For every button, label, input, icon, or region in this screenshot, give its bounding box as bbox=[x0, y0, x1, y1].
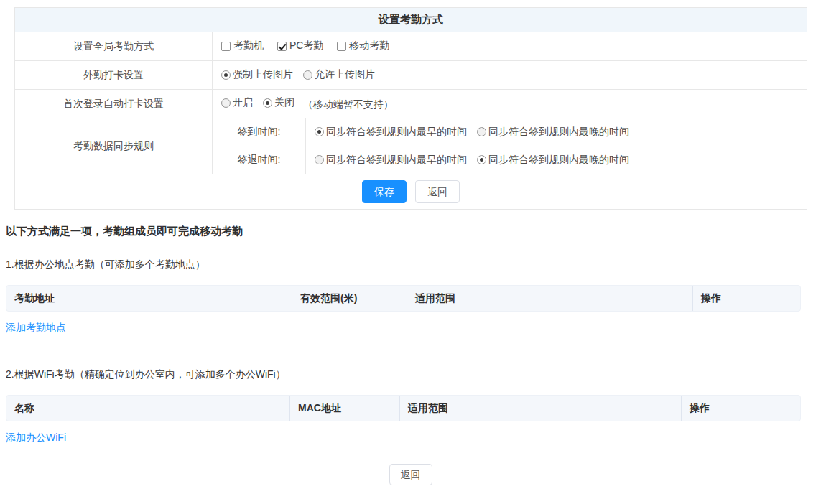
radio-checkout-latest[interactable]: 同步符合签到规则内最晚的时间 bbox=[477, 154, 629, 167]
radio-force-upload-photo[interactable]: 强制上传图片 bbox=[221, 68, 293, 81]
field-punch-options: 强制上传图片 允许上传图片 bbox=[213, 61, 807, 90]
option-label: 关闭 bbox=[274, 96, 294, 109]
add-attendance-location-link[interactable]: 添加考勤地点 bbox=[6, 322, 66, 335]
checkbox-attendance-machine[interactable]: 考勤机 bbox=[221, 39, 264, 52]
radio-checkout-earliest[interactable]: 同步符合签到规则内最早的时间 bbox=[315, 154, 467, 167]
first-login-note: （移动端暂不支持） bbox=[303, 98, 394, 110]
global-method-label: 设置全局考勤方式 bbox=[15, 32, 213, 61]
field-punch-row: 外勤打卡设置 强制上传图片 允许上传图片 bbox=[15, 61, 807, 90]
option-label: 考勤机 bbox=[233, 39, 264, 52]
option-label: PC考勤 bbox=[289, 39, 323, 52]
global-method-options: 考勤机 PC考勤 移动考勤 bbox=[213, 32, 807, 61]
settings-title-row: 设置考勤方式 bbox=[15, 8, 807, 32]
radio-icon[interactable] bbox=[263, 98, 272, 108]
checkout-time-options: 同步符合签到规则内最早的时间 同步符合签到规则内最晚的时间 bbox=[306, 146, 807, 174]
option-label: 开启 bbox=[233, 96, 253, 109]
radio-checkin-latest[interactable]: 同步符合签到规则内最晚的时间 bbox=[477, 126, 629, 139]
option-label: 同步符合签到规则内最早的时间 bbox=[326, 154, 467, 167]
column-header-scope: 适用范围 bbox=[407, 286, 692, 311]
column-header-scope: 适用范围 bbox=[399, 396, 681, 421]
checkin-time-label: 签到时间: bbox=[213, 118, 306, 146]
option-label: 移动考勤 bbox=[349, 39, 389, 52]
wifi-table-header: 名称 MAC地址 适用范围 操作 bbox=[6, 395, 801, 421]
attendance-settings-page: 设置考勤方式 设置全局考勤方式 考勤机 PC考勤 移动考勤 bbox=[0, 7, 821, 504]
column-header-name: 名称 bbox=[6, 396, 289, 421]
column-header-address: 考勤地址 bbox=[6, 286, 292, 311]
settings-actions-cell: 保存 返回 bbox=[15, 174, 807, 210]
sync-rule-checkin-row: 考勤数据同步规则 签到时间: 同步符合签到规则内最早的时间 同步符合签到规则内最… bbox=[15, 118, 807, 146]
option-label: 同步符合签到规则内最晚的时间 bbox=[488, 126, 629, 139]
bottom-actions: 返回 bbox=[0, 464, 821, 485]
option-label: 允许上传图片 bbox=[315, 68, 375, 81]
radio-checkin-earliest[interactable]: 同步符合签到规则内最早的时间 bbox=[315, 126, 467, 139]
radio-icon[interactable] bbox=[477, 155, 486, 164]
radio-icon[interactable] bbox=[221, 70, 231, 80]
first-login-row: 首次登录自动打卡设置 开启 关闭 （移动端暂不支持） bbox=[15, 90, 807, 118]
location-section-heading: 1.根据办公地点考勤（可添加多个考勤地点） bbox=[6, 258, 821, 271]
attendance-settings-table: 设置考勤方式 设置全局考勤方式 考勤机 PC考勤 移动考勤 bbox=[14, 7, 807, 210]
column-header-range: 有效范围(米) bbox=[292, 286, 407, 311]
radio-icon[interactable] bbox=[303, 70, 312, 80]
checkout-time-label: 签退时间: bbox=[213, 146, 306, 174]
checkin-time-options: 同步符合签到规则内最早的时间 同步符合签到规则内最晚的时间 bbox=[306, 118, 807, 146]
field-punch-label: 外勤打卡设置 bbox=[15, 61, 213, 90]
settings-actions-row: 保存 返回 bbox=[15, 174, 807, 210]
radio-icon[interactable] bbox=[315, 127, 324, 136]
mobile-attendance-intro: 以下方式满足一项，考勤组成员即可完成移动考勤 bbox=[6, 225, 821, 238]
checkbox-icon[interactable] bbox=[277, 42, 287, 51]
radio-icon[interactable] bbox=[221, 98, 231, 108]
option-label: 同步符合签到规则内最晚的时间 bbox=[488, 154, 629, 167]
option-label: 强制上传图片 bbox=[233, 68, 293, 81]
radio-first-login-off[interactable]: 关闭 bbox=[263, 96, 294, 109]
first-login-options: 开启 关闭 （移动端暂不支持） bbox=[213, 90, 807, 118]
checkbox-icon[interactable] bbox=[221, 42, 231, 51]
checkbox-pc-attendance[interactable]: PC考勤 bbox=[277, 39, 323, 52]
option-label: 同步符合签到规则内最早的时间 bbox=[326, 126, 467, 139]
column-header-actions: 操作 bbox=[681, 396, 800, 421]
radio-icon[interactable] bbox=[315, 155, 324, 164]
back-button-bottom[interactable]: 返回 bbox=[389, 464, 432, 485]
radio-icon[interactable] bbox=[477, 127, 486, 136]
page-title: 设置考勤方式 bbox=[15, 8, 807, 32]
column-header-actions: 操作 bbox=[692, 286, 800, 311]
radio-allow-upload-photo[interactable]: 允许上传图片 bbox=[303, 68, 375, 81]
first-login-label: 首次登录自动打卡设置 bbox=[15, 90, 213, 118]
checkbox-mobile-attendance[interactable]: 移动考勤 bbox=[337, 39, 389, 52]
radio-first-login-on[interactable]: 开启 bbox=[221, 96, 253, 109]
save-button[interactable]: 保存 bbox=[362, 180, 407, 203]
sync-rule-label: 考勤数据同步规则 bbox=[15, 118, 213, 174]
checkbox-icon[interactable] bbox=[337, 42, 346, 51]
column-header-mac: MAC地址 bbox=[289, 396, 399, 421]
wifi-section-heading: 2.根据WiFi考勤（精确定位到办公室内，可添加多个办公WiFi） bbox=[6, 368, 821, 381]
location-table-header: 考勤地址 有效范围(米) 适用范围 操作 bbox=[6, 285, 801, 312]
global-method-row: 设置全局考勤方式 考勤机 PC考勤 移动考勤 bbox=[15, 32, 807, 61]
back-button[interactable]: 返回 bbox=[415, 180, 460, 203]
add-office-wifi-link[interactable]: 添加办公WiFi bbox=[6, 431, 66, 444]
